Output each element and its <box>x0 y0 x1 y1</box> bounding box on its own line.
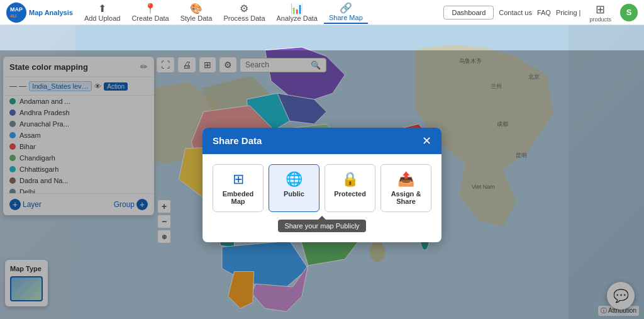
share-option-embed[interactable]: ⊞Embeded Map <box>213 164 264 212</box>
modal-title: Share Data <box>213 135 262 146</box>
style-data-icon: 🎨 <box>190 3 203 14</box>
brand-logo-text: MAP4U <box>10 6 23 19</box>
nav-item-process-data-label: Process Data <box>223 14 265 22</box>
products-label: products <box>589 16 611 23</box>
embed-label: Embeded Map <box>222 190 254 205</box>
analyze-data-icon: 📊 <box>291 3 303 14</box>
protected-icon: 🔒 <box>341 171 358 187</box>
nav-items: ⬆ Add Upload 📍 Create Data 🎨 Style Data … <box>79 1 368 24</box>
create-data-icon: 📍 <box>144 3 157 14</box>
nav-item-add-upload[interactable]: ⬆ Add Upload <box>79 1 126 23</box>
process-data-icon: ⚙ <box>240 3 248 14</box>
nav-item-create-data-label: Create Data <box>131 14 169 22</box>
public-icon: 🌐 <box>286 171 303 187</box>
navbar: MAP4U Map Analysis ⬆ Add Upload 📍 Create… <box>0 0 644 25</box>
brand-name: Map Analysis <box>29 9 73 16</box>
nav-item-style-data[interactable]: 🎨 Style Data <box>175 1 218 23</box>
share-options: ⊞Embeded Map🌐Public🔒Protected📤Assign & S… <box>213 164 431 212</box>
assign-label: Assign & Share <box>390 190 422 205</box>
modal-header: Share Data ✕ <box>203 128 441 154</box>
nav-item-style-data-label: Style Data <box>180 14 213 22</box>
faq-link[interactable]: FAQ <box>537 9 551 16</box>
modal-close-button[interactable]: ✕ <box>422 134 431 148</box>
public-label: Public <box>284 190 304 198</box>
nav-item-add-upload-label: Add Upload <box>84 14 121 22</box>
assign-icon: 📤 <box>397 171 414 187</box>
products-icon: ⊞ <box>596 3 605 16</box>
embed-icon: ⊞ <box>233 171 244 187</box>
pricing-link[interactable]: Pricing | <box>556 9 581 16</box>
products-button[interactable]: ⊞ products <box>586 0 615 25</box>
map-container: كابل 乌鲁木齐 兰州 成都 昆明 北京 پاکستان Viet Nam <box>0 25 644 319</box>
nav-item-share-map[interactable]: 🔗 Share Map <box>324 1 368 24</box>
share-map-icon: 🔗 <box>340 2 352 14</box>
modal-overlay: Share Data ✕ ⊞Embeded Map🌐Public🔒Protect… <box>0 50 644 319</box>
share-modal: Share Data ✕ ⊞Embeded Map🌐Public🔒Protect… <box>203 128 441 242</box>
share-option-assign[interactable]: 📤Assign & Share <box>380 164 431 212</box>
protected-label: Protected <box>334 190 366 198</box>
share-option-protected[interactable]: 🔒Protected <box>325 164 375 212</box>
user-avatar[interactable]: S <box>620 4 638 21</box>
contact-link[interactable]: Contact us <box>499 9 532 16</box>
nav-item-create-data[interactable]: 📍 Create Data <box>126 1 174 23</box>
nav-item-analyze-data[interactable]: 📊 Analyze Data <box>272 1 323 23</box>
nav-item-analyze-data-label: Analyze Data <box>277 14 318 22</box>
add-upload-icon: ⬆ <box>98 3 106 14</box>
modal-body: ⊞Embeded Map🌐Public🔒Protected📤Assign & S… <box>203 154 441 242</box>
nav-item-share-map-label: Share Map <box>329 14 363 21</box>
brand-logo[interactable]: MAP4U <box>6 3 26 23</box>
nav-right: Dashboard Contact us FAQ Pricing | ⊞ pro… <box>443 0 644 25</box>
brand: MAP4U Map Analysis <box>0 3 79 23</box>
share-option-public[interactable]: 🌐Public <box>269 164 319 212</box>
share-tooltip: Share your map Publicly <box>278 220 365 232</box>
dashboard-button[interactable]: Dashboard <box>443 6 494 20</box>
nav-item-process-data[interactable]: ⚙ Process Data <box>218 1 270 23</box>
tooltip-wrapper: Share your map Publicly <box>213 220 431 232</box>
